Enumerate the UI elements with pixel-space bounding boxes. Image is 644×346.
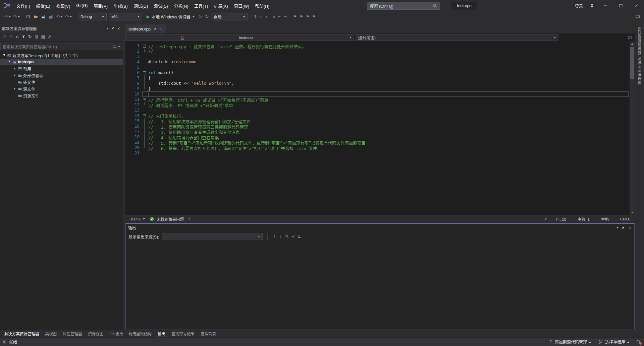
fold-toggle[interactable] — [143, 98, 146, 101]
configuration-combo[interactable]: Debug — [78, 13, 107, 20]
breakpoint-margin[interactable] — [125, 97, 130, 102]
status-indent-mode[interactable]: 空格 — [597, 216, 613, 222]
account-button[interactable] — [586, 0, 598, 11]
solution-explorer-search[interactable]: 搜索解决方案资源管理器(Ctrl+;) — [0, 43, 122, 50]
maximize-button[interactable] — [613, 0, 629, 11]
menu-item[interactable]: 工具(T) — [191, 0, 211, 11]
menu-item[interactable]: 生成(B) — [111, 0, 131, 11]
panel-tab[interactable]: 属性管理器 — [60, 330, 85, 337]
expander-icon[interactable] — [12, 74, 17, 77]
breakpoint-margin[interactable] — [125, 140, 130, 145]
menu-item[interactable]: 窗口(W) — [231, 0, 252, 11]
breakpoint-margin[interactable] — [125, 86, 130, 91]
autohide-tab[interactable]: 测试资源管理器 — [636, 56, 642, 85]
menu-item[interactable]: 调试(D) — [131, 0, 151, 11]
tree-item[interactable]: 源文件 — [0, 85, 123, 92]
nav-back-button[interactable]: ↶ — [3, 13, 12, 21]
indent-decrease-button[interactable]: ⇤ — [264, 13, 270, 21]
tree-item[interactable]: ++testrepo — [0, 59, 123, 65]
panel-tab[interactable]: 错误列表 — [198, 330, 219, 337]
open-folder-button[interactable] — [32, 13, 40, 21]
solution-name-badge[interactable]: testrepo — [451, 2, 477, 10]
save-button[interactable] — [40, 13, 47, 21]
menu-item[interactable]: 测试(S) — [151, 0, 171, 11]
uncomment-button[interactable]: ¬ — [282, 13, 288, 21]
show-all-files-button[interactable]: ▤ — [40, 33, 46, 41]
panel-tab[interactable]: Git 更改 — [107, 330, 126, 337]
tab-testrepo-cpp[interactable]: testrepo.cpp — [125, 24, 166, 33]
bookmark-toggle-button[interactable]: ⚑ — [292, 13, 298, 21]
output-pin-button[interactable] — [621, 226, 625, 230]
scroll-down-button[interactable] — [630, 210, 635, 215]
tree-item[interactable]: 引用 — [0, 65, 123, 72]
panel-tab[interactable]: 查找符号结果 — [168, 330, 198, 337]
panel-tab[interactable]: 解决方案资源管理器 — [1, 330, 42, 337]
breakpoint-margin[interactable] — [125, 108, 130, 113]
menu-item[interactable]: 视图(V) — [53, 0, 73, 11]
show-whitespace-button[interactable]: ¶ — [253, 13, 258, 21]
bookmark-clear-button[interactable]: ⚑ — [311, 13, 317, 21]
breakpoint-margin[interactable] — [125, 102, 130, 108]
breakpoint-margin[interactable] — [125, 124, 130, 129]
navigate-scope-combo[interactable]: (全局范围) — [355, 34, 558, 41]
hot-reload-button[interactable]: ↻ — [204, 13, 210, 21]
collapse-all-button[interactable] — [33, 33, 40, 41]
breakpoint-margin[interactable] — [125, 129, 130, 134]
fold-toggle[interactable] — [143, 45, 146, 48]
watch-type-combo[interactable]: 自动 — [211, 13, 248, 20]
menu-item[interactable]: Git(G) — [73, 0, 91, 11]
autohide-tab[interactable]: 团队资源管理器 — [636, 26, 642, 56]
output-source-combo[interactable] — [162, 233, 263, 240]
menu-item[interactable]: 分析(N) — [171, 0, 191, 11]
split-editor-button[interactable] — [628, 36, 632, 40]
minimize-button[interactable] — [598, 0, 613, 11]
breakpoint-margin[interactable] — [125, 70, 130, 75]
platform-combo[interactable]: x64 — [109, 13, 142, 20]
next-message-button[interactable]: ↓ — [277, 232, 283, 240]
menu-item[interactable]: 编辑(E) — [33, 0, 53, 11]
word-wrap-button[interactable]: ↵ — [290, 232, 296, 240]
zoom-control[interactable]: 100 % — [128, 215, 147, 223]
home-button[interactable]: ⌂ — [14, 33, 20, 41]
nav-back-button[interactable]: ↶ — [1, 33, 8, 41]
menu-item[interactable]: 项目(P) — [91, 0, 111, 11]
tree-item[interactable]: 解决方案"testrepo"(1 个项目/共 1 个) — [0, 52, 123, 59]
indent-increase-button[interactable]: ⇥ — [270, 13, 276, 21]
tab-close-button[interactable] — [159, 27, 163, 31]
expander-icon[interactable] — [12, 67, 17, 70]
output-menu-button[interactable] — [616, 227, 619, 228]
select-repository-button[interactable]: 选择存储库 — [598, 339, 629, 345]
notifications-button[interactable] — [636, 340, 641, 344]
output-close-button[interactable] — [628, 226, 632, 230]
expander-icon[interactable] — [7, 61, 11, 63]
close-button[interactable] — [629, 0, 644, 11]
breakpoint-margin[interactable] — [125, 43, 130, 49]
tree-item[interactable]: 外部依赖项 — [0, 72, 123, 79]
solution-explorer-pin-button[interactable] — [111, 26, 115, 30]
expander-icon[interactable] — [12, 87, 17, 90]
menu-item[interactable]: 扩展(X) — [211, 0, 231, 11]
code-editor[interactable]: 1// testrepo.cpp : 此文件包含 "main" 函数。程序执行将… — [125, 42, 635, 215]
output-content[interactable] — [126, 241, 634, 330]
breakpoint-margin[interactable] — [125, 54, 130, 59]
add-to-source-control-button[interactable]: ↑ 添加到源代码管理 — [549, 339, 591, 345]
fold-toggle[interactable] — [143, 71, 146, 74]
bookmark-prev-button[interactable]: ⚑ — [298, 13, 305, 21]
breakpoint-margin[interactable] — [125, 150, 130, 156]
filter-button[interactable] — [20, 33, 27, 41]
prev-message-button[interactable]: ↑ — [271, 232, 277, 240]
vertical-scrollbar-thumb[interactable] — [630, 47, 634, 79]
solution-explorer-close-button[interactable] — [117, 26, 121, 30]
save-all-button[interactable] — [47, 13, 54, 21]
menu-item[interactable]: 文件(F) — [13, 0, 33, 11]
breakpoint-margin[interactable] — [125, 49, 130, 54]
panel-tab[interactable]: 类视图 — [42, 330, 60, 337]
panel-tab[interactable]: 输出 — [155, 330, 168, 337]
new-project-button[interactable] — [25, 13, 32, 21]
breakpoint-margin[interactable] — [125, 134, 130, 140]
breakpoint-margin[interactable] — [125, 145, 130, 150]
breakpoint-margin[interactable] — [125, 118, 130, 124]
sign-in-button[interactable]: 登录 — [572, 3, 586, 9]
start-without-debug-button[interactable]: ▷ — [198, 13, 204, 21]
panel-tab[interactable]: 调用层次结构 — [125, 330, 155, 337]
